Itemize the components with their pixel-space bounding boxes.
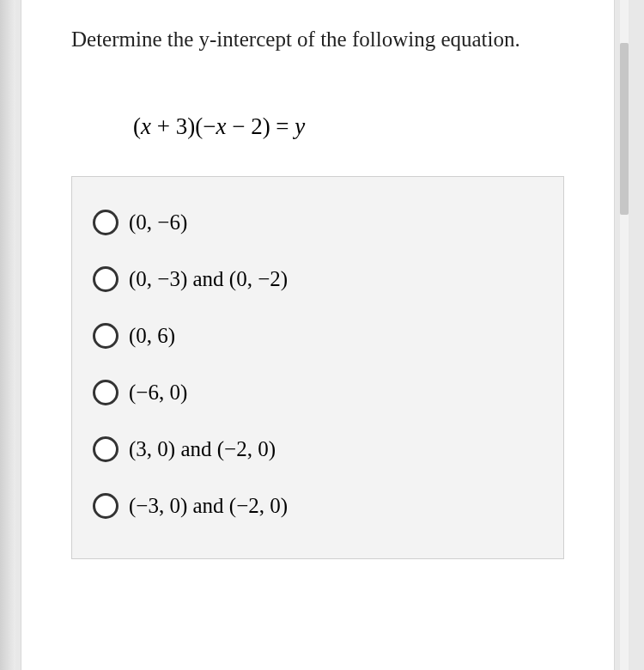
radio-icon — [93, 436, 118, 462]
option-6[interactable]: (−3, 0) and (−2, 0) — [93, 493, 543, 519]
option-5[interactable]: (3, 0) and (−2, 0) — [93, 436, 543, 462]
equation-display: (x + 3)(−x − 2) = y — [71, 113, 564, 140]
option-label: (0, −6) — [129, 210, 187, 234]
radio-icon — [93, 380, 118, 405]
option-label: (3, 0) and (−2, 0) — [129, 437, 276, 461]
option-4[interactable]: (−6, 0) — [93, 380, 543, 405]
page-left-shadow — [0, 0, 15, 670]
radio-icon — [93, 266, 118, 292]
radio-icon — [93, 323, 118, 349]
option-label: (−6, 0) — [129, 381, 187, 405]
option-3[interactable]: (0, 6) — [93, 323, 543, 349]
question-prompt: Determine the y-intercept of the followi… — [71, 24, 564, 55]
answer-options-box: (0, −6) (0, −3) and (0, −2) (0, 6) (−6, … — [71, 176, 564, 559]
option-2[interactable]: (0, −3) and (0, −2) — [93, 266, 543, 292]
option-label: (−3, 0) and (−2, 0) — [129, 494, 288, 518]
option-label: (0, 6) — [129, 324, 175, 348]
option-1[interactable]: (0, −6) — [93, 210, 543, 235]
option-label: (0, −3) and (0, −2) — [129, 267, 288, 291]
question-card: Determine the y-intercept of the followi… — [21, 0, 615, 670]
scrollbar-thumb[interactable] — [620, 43, 629, 215]
radio-icon — [93, 493, 118, 519]
radio-icon — [93, 210, 118, 235]
